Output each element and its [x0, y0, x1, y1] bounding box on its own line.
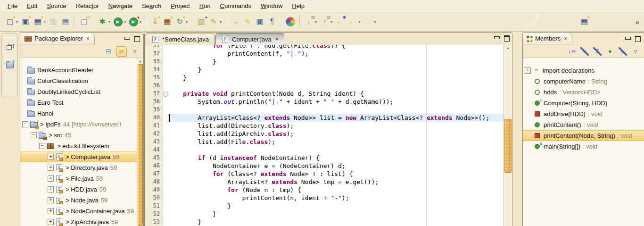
expand-icon[interactable]: +: [48, 197, 54, 203]
scroll-up-icon[interactable]: ▲: [137, 58, 143, 64]
color-wheel-icon[interactable]: [285, 16, 296, 27]
next-annotation-icon[interactable]: ↓▤: [303, 16, 314, 27]
tree-item-nodecontainer.java[interactable]: +> NodeContainer.java59: [20, 206, 143, 217]
hide-fields-icon[interactable]: ●: [580, 47, 589, 56]
members-tab[interactable]: Members ×: [523, 33, 572, 45]
menu-navigate[interactable]: Navigate: [104, 1, 137, 11]
menu-refactor[interactable]: Refactor: [71, 1, 104, 11]
run-icon[interactable]: ▶: [112, 16, 124, 27]
project-tree[interactable]: BankAccountReaderColorClassificationDoub…: [20, 58, 143, 226]
link-with-editor-icon[interactable]: ⇄: [116, 46, 127, 57]
toolbar-overflow-chevron[interactable]: »: [636, 18, 639, 26]
highlight-icon[interactable]: ✎: [242, 16, 253, 27]
expand-icon[interactable]: +: [48, 165, 54, 171]
forward-icon-dropdown[interactable]: ▾: [374, 20, 376, 24]
menu-project[interactable]: Project: [166, 1, 194, 11]
debug-icon-dropdown[interactable]: ▾: [108, 20, 110, 24]
prev-annotation-icon-dropdown[interactable]: ▾: [330, 20, 332, 24]
new-menu-icon-dropdown[interactable]: ▾: [44, 20, 46, 24]
restore-views-icon[interactable]: [4, 41, 16, 52]
hide-local-types-icon[interactable]: L: [618, 47, 627, 56]
tree-item-hdd.java[interactable]: +> HDD.java59: [20, 184, 143, 195]
menu-file[interactable]: File: [3, 1, 22, 11]
run-external-icon[interactable]: ▶●: [128, 16, 139, 27]
minimize-icon[interactable]: [494, 36, 500, 39]
tree-item-src[interactable]: −> src45: [20, 130, 143, 141]
tree-item-computer.java[interactable]: +> Computer.java59: [20, 151, 143, 162]
tree-item-ipdfs[interactable]: −J> IpdFs44 [https://svnserver.i: [20, 119, 143, 130]
last-edit-location-icon[interactable]: ←✱: [334, 16, 346, 27]
tree-item-directory.java[interactable]: +> Directory.java59: [20, 162, 143, 173]
prev-annotation-icon[interactable]: ↑▤: [319, 16, 330, 27]
members-list[interactable]: +≡import declarationscomputerName: Strin…: [523, 58, 644, 152]
close-icon[interactable]: ×: [564, 35, 567, 42]
scrollbar-thumb[interactable]: [504, 119, 512, 173]
tree-item-file.java[interactable]: +> File.java59: [20, 173, 143, 184]
tree-item-node.java[interactable]: +> Node.java59: [20, 195, 143, 206]
copy-pages-icon[interactable]: ▢▢: [78, 16, 90, 27]
back-icon-dropdown[interactable]: ▾: [358, 20, 360, 24]
expand-icon[interactable]: +: [48, 208, 54, 214]
new-wizard-icon[interactable]: ▢✦: [4, 16, 16, 27]
maximize-icon[interactable]: [635, 36, 641, 42]
debug-icon[interactable]: ✱: [97, 16, 108, 27]
run-icon-dropdown[interactable]: ▾: [124, 20, 126, 24]
member-computername[interactable]: computerName: String: [523, 76, 644, 87]
menu-help[interactable]: Help: [287, 1, 309, 11]
next-annotation-icon-dropdown[interactable]: ▾: [315, 20, 317, 24]
print-icon[interactable]: ▤: [60, 16, 71, 27]
member-computer-string-hdd-[interactable]: cComputer(String, HDD): [523, 98, 644, 109]
sort-icon[interactable]: ↓az: [567, 47, 577, 56]
fold-collapse-icon[interactable]: −: [163, 92, 168, 97]
run-external-icon-dropdown[interactable]: ▾: [140, 20, 141, 24]
expand-icon[interactable]: +: [48, 219, 54, 225]
minimize-icon[interactable]: [124, 37, 130, 40]
view-menu-icon[interactable]: ▽: [631, 47, 640, 56]
member-printcontent-[interactable]: printContent(): void: [523, 119, 644, 130]
code-editor[interactable]: for (File f : hdd.get(File.class)) { pri…: [168, 45, 504, 226]
back-icon[interactable]: ←: [347, 16, 358, 27]
menu-run[interactable]: Run: [195, 1, 215, 11]
search-icon[interactable]: ✎: [208, 16, 219, 27]
scroll-up-icon[interactable]: ▲: [504, 45, 512, 51]
new-menu-icon[interactable]: ▤✦: [32, 16, 43, 27]
expand-icon[interactable]: +: [48, 154, 54, 160]
member-main-string-[interactable]: Smain(String[]): void: [523, 141, 644, 152]
member-import-declarations[interactable]: +≡import declarations: [523, 65, 644, 76]
view-menu-icon[interactable]: ▽: [130, 47, 140, 56]
show-source-icon[interactable]: ▣: [254, 16, 265, 27]
menu-source[interactable]: Source: [42, 1, 71, 11]
member-hdds[interactable]: hdds: Vector<HDD>: [523, 87, 644, 98]
import-wizard-icon[interactable]: ⇩✦: [149, 16, 161, 27]
editor-tab-computer.java[interactable]: Computer.java×: [215, 33, 284, 45]
menu-window[interactable]: Window: [256, 1, 287, 11]
refresh-icon[interactable]: ↻✦: [174, 16, 185, 27]
collapse-icon[interactable]: −: [22, 121, 28, 127]
tree-item-ziparchiv.java[interactable]: +> ZipArchiv.java59: [20, 217, 143, 226]
open-perspective-icon[interactable]: ▤ ✦: [579, 16, 590, 27]
tree-item-hanoi[interactable]: Hanoi: [20, 108, 143, 119]
save-icon[interactable]: ▥: [48, 16, 59, 27]
new-class-wizard-icon[interactable]: ▣✦: [20, 16, 31, 27]
tree-item-bankaccountreader[interactable]: BankAccountReader: [20, 65, 143, 75]
scrollbar-thumb[interactable]: [138, 64, 143, 226]
collapse-icon[interactable]: −: [31, 132, 37, 138]
tree-item-euro-test[interactable]: Euro-Test: [20, 97, 143, 108]
editor-tab-someclass.java[interactable]: *SomeClass.java: [146, 33, 215, 45]
collapse-all-icon[interactable]: ⊟: [104, 47, 113, 56]
open-type-icon[interactable]: ▧●: [196, 16, 207, 27]
show-whitespace-icon[interactable]: ¶: [266, 16, 278, 27]
maximize-icon[interactable]: [504, 35, 510, 42]
hide-static-icon[interactable]: S: [593, 47, 602, 56]
go-to-icon[interactable]: →: [230, 16, 241, 27]
close-icon[interactable]: ×: [86, 35, 90, 42]
tree-item-doublylinkedcycliclist[interactable]: DoublyLinkedCyclicList: [20, 86, 143, 97]
menu-edit[interactable]: Edit: [22, 1, 42, 11]
expand-icon[interactable]: +: [48, 186, 54, 193]
tree-item-edu.kit.filesystem[interactable]: −> edu.kit.filesystem: [20, 141, 143, 151]
search-icon-dropdown[interactable]: ▾: [220, 20, 222, 24]
collapse-icon[interactable]: −: [39, 143, 45, 149]
forward-icon[interactable]: →: [362, 16, 373, 27]
tree-item-colorclassification[interactable]: ColorClassification: [20, 75, 143, 86]
menu-commands[interactable]: Commands: [215, 1, 256, 11]
